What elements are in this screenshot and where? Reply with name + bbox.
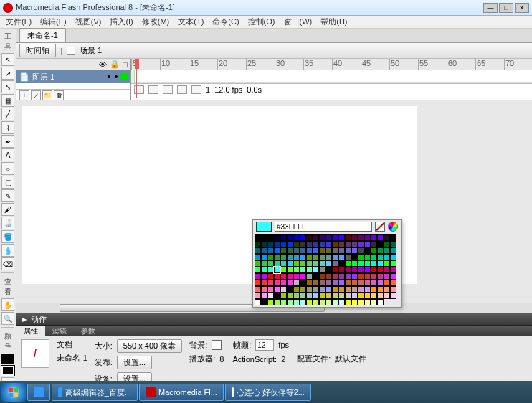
color-swatch-cell[interactable] <box>390 293 396 299</box>
color-swatch-cell[interactable] <box>287 260 293 267</box>
color-swatch-cell[interactable] <box>274 241 280 247</box>
color-swatch-cell[interactable] <box>306 267 313 273</box>
color-swatch-cell[interactable] <box>319 286 326 293</box>
color-swatch-cell[interactable] <box>287 273 293 280</box>
color-swatch-cell[interactable] <box>377 254 384 260</box>
color-swatch-cell[interactable] <box>358 267 364 273</box>
color-swatch-cell[interactable] <box>364 254 371 260</box>
color-swatch-cell[interactable] <box>390 247 396 254</box>
color-swatch-cell[interactable] <box>326 241 332 247</box>
fill-color-swatch[interactable] <box>1 366 14 376</box>
lasso-tool[interactable]: ⌇ <box>1 121 14 134</box>
color-swatch-cell[interactable] <box>280 254 287 260</box>
color-swatch-cell[interactable] <box>287 234 293 241</box>
menu-window[interactable]: 窗口(W) <box>280 16 317 27</box>
color-swatch-cell[interactable] <box>332 273 338 280</box>
color-swatch-cell[interactable] <box>345 299 351 305</box>
swatch-grid[interactable] <box>253 233 401 307</box>
color-swatch-cell[interactable] <box>274 267 280 273</box>
color-swatch-cell[interactable] <box>345 241 351 247</box>
color-swatch-cell[interactable] <box>293 286 300 293</box>
color-swatch-cell[interactable] <box>351 234 358 241</box>
color-swatch-cell[interactable] <box>267 260 274 267</box>
color-swatch-cell[interactable] <box>332 254 338 260</box>
color-swatch-cell[interactable] <box>255 280 261 286</box>
color-swatch-cell[interactable] <box>261 241 267 247</box>
color-swatch-cell[interactable] <box>351 293 358 299</box>
color-swatch-cell[interactable] <box>261 234 267 241</box>
color-swatch-cell[interactable] <box>293 293 300 299</box>
menu-view[interactable]: 视图(V) <box>71 16 106 27</box>
color-swatch-cell[interactable] <box>255 299 261 305</box>
color-swatch-cell[interactable] <box>306 293 313 299</box>
color-swatch-cell[interactable] <box>261 293 267 299</box>
color-swatch-cell[interactable] <box>313 299 319 305</box>
color-swatch-cell[interactable] <box>280 247 287 254</box>
color-swatch-cell[interactable] <box>326 254 332 260</box>
color-swatch-cell[interactable] <box>371 254 377 260</box>
pen-tool[interactable]: ✒ <box>1 135 14 148</box>
color-swatch-cell[interactable] <box>345 273 351 280</box>
color-swatch-cell[interactable] <box>280 241 287 247</box>
color-swatch-cell[interactable] <box>287 286 293 293</box>
color-wheel-button[interactable] <box>388 222 398 232</box>
color-swatch-cell[interactable] <box>293 234 300 241</box>
color-swatch-cell[interactable] <box>358 254 364 260</box>
color-swatch-cell[interactable] <box>261 267 267 273</box>
color-swatch-cell[interactable] <box>319 260 326 267</box>
color-swatch-cell[interactable] <box>300 286 306 293</box>
color-swatch-cell[interactable] <box>338 260 345 267</box>
color-swatch-cell[interactable] <box>319 293 326 299</box>
color-swatch-cell[interactable] <box>267 280 274 286</box>
menu-control[interactable]: 控制(O) <box>244 16 280 27</box>
color-swatch-cell[interactable] <box>371 299 377 305</box>
rectangle-tool[interactable]: ▢ <box>1 176 14 189</box>
menu-help[interactable]: 帮助(H) <box>316 16 351 27</box>
ink-bottle-tool[interactable]: 🍶 <box>1 217 14 229</box>
color-swatch-cell[interactable] <box>326 260 332 267</box>
color-swatch-cell[interactable] <box>358 293 364 299</box>
add-motion-guide-button[interactable]: ⟋ <box>31 90 41 100</box>
color-swatch-cell[interactable] <box>306 254 313 260</box>
playhead[interactable] <box>134 59 140 100</box>
color-swatch-cell[interactable] <box>332 267 338 273</box>
color-swatch-cell[interactable] <box>326 234 332 241</box>
color-swatch-cell[interactable] <box>351 247 358 254</box>
color-swatch-cell[interactable] <box>300 267 306 273</box>
subselection-tool[interactable]: ↗ <box>1 67 14 80</box>
add-layer-button[interactable]: + <box>19 90 29 100</box>
color-swatch-cell[interactable] <box>384 254 390 260</box>
color-swatch-cell[interactable] <box>255 247 261 254</box>
color-swatch-cell[interactable] <box>280 267 287 273</box>
menu-text[interactable]: 文本(T) <box>174 16 208 27</box>
color-swatch-cell[interactable] <box>338 286 345 293</box>
taskbar-item-2[interactable]: Macromedia Fl... <box>139 384 224 401</box>
color-swatch-cell[interactable] <box>371 260 377 267</box>
color-swatch-cell[interactable] <box>345 280 351 286</box>
color-swatch-cell[interactable] <box>280 234 287 241</box>
color-swatch-cell[interactable] <box>319 273 326 280</box>
color-swatch-cell[interactable] <box>267 299 274 305</box>
color-swatch-cell[interactable] <box>384 280 390 286</box>
menu-file[interactable]: 文件(F) <box>1 16 36 27</box>
color-swatch-cell[interactable] <box>293 280 300 286</box>
color-swatch-cell[interactable] <box>255 293 261 299</box>
color-swatch-cell[interactable] <box>377 299 384 305</box>
eye-icon[interactable]: 👁 <box>99 60 107 69</box>
color-swatch-cell[interactable] <box>326 247 332 254</box>
color-swatch-cell[interactable] <box>384 293 390 299</box>
color-swatch-cell[interactable] <box>255 286 261 293</box>
color-swatch-cell[interactable] <box>364 247 371 254</box>
close-button[interactable]: ✕ <box>515 3 529 13</box>
color-swatch-cell[interactable] <box>293 267 300 273</box>
color-swatch-cell[interactable] <box>345 247 351 254</box>
color-swatch-cell[interactable] <box>319 234 326 241</box>
color-swatch-cell[interactable] <box>377 247 384 254</box>
color-swatch-cell[interactable] <box>384 260 390 267</box>
color-swatch-cell[interactable] <box>345 260 351 267</box>
color-swatch-cell[interactable] <box>313 293 319 299</box>
delete-layer-button[interactable]: 🗑 <box>54 90 64 100</box>
color-swatch-cell[interactable] <box>300 293 306 299</box>
eyedropper-tool[interactable]: 💧 <box>1 244 14 257</box>
color-swatch-cell[interactable] <box>351 260 358 267</box>
